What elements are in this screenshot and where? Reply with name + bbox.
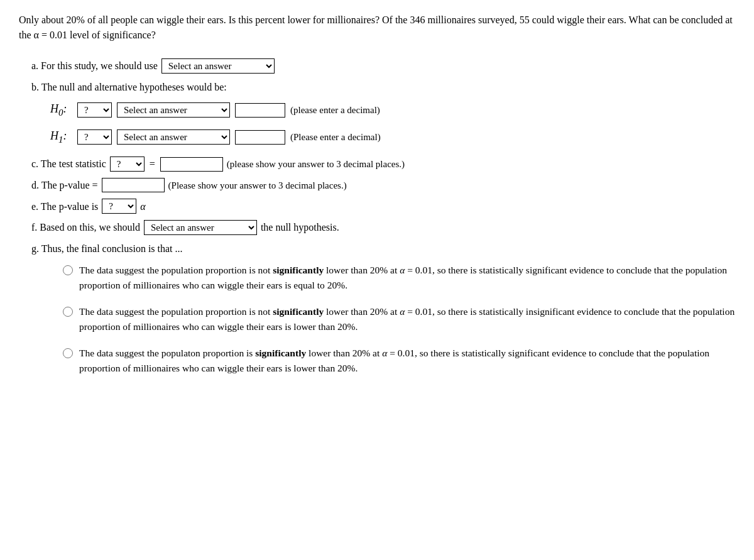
part-b-label: b. The null and alternative hypotheses w… [31,79,735,96]
h0-symbol-dropdown[interactable]: ? = ≠ < > ≤ ≥ [77,102,112,118]
alpha-symbol: α [140,199,145,215]
part-f-suffix: the null hypothesis. [261,219,339,236]
p-value-input[interactable] [102,178,165,192]
conclusion-dropdown[interactable]: Select an answer reject fail to reject a… [144,220,257,235]
radio-item-2: The data suggest the population proporti… [63,304,735,334]
test-stat-input[interactable] [160,157,223,172]
h0-label: H0: [50,102,72,118]
hypothesis-block: H0: ? = ≠ < > ≤ ≥ Select an answer p μ [50,102,735,145]
h1-paren-note: (Please enter a decimal) [290,132,381,143]
part-e-line: e. The p-value is ? < > = ≤ ≥ α [31,199,735,215]
h0-value-input[interactable] [235,103,285,118]
equals-sign-c: = [150,156,155,172]
radio-item-3: The data suggest the populaton proportio… [63,346,735,376]
radio-label-3: The data suggest the populaton proportio… [79,346,735,376]
part-d-suffix: (Please show your answer to 3 decimal pl… [168,178,347,193]
bold-1: significantly [273,265,324,275]
intro-text: Only about 20% of all people can wiggle … [19,13,735,43]
h1-value-input[interactable] [235,130,285,145]
h0-paren-note: (please enter a decimal) [290,105,380,116]
radio-button-2[interactable] [63,307,73,317]
h1-answer-dropdown[interactable]: Select an answer p μ [117,129,230,145]
bold-3: significantly [255,348,306,358]
part-c-prefix: c. The test statistic [31,156,106,172]
h1-label: H1: [50,129,72,145]
radio-button-1[interactable] [63,265,73,275]
part-f-line: f. Based on this, we should Select an an… [31,219,735,236]
part-e-prefix: e. The p-value is [31,199,98,215]
radio-button-3[interactable] [63,348,73,358]
h0-answer-dropdown[interactable]: Select an answer p μ [117,102,230,118]
part-c-suffix: (please show your answer to 3 decimal pl… [227,156,405,172]
part-d-line: d. The p-value = (Please show your answe… [31,177,735,194]
h1-symbol-dropdown[interactable]: ? = ≠ < > ≤ ≥ [77,129,112,145]
test-stat-dropdown[interactable]: ? z t [110,156,145,172]
bold-2: significantly [273,306,324,317]
p-compare-dropdown[interactable]: ? < > = ≤ ≥ [102,199,136,214]
part-c-line: c. The test statistic ? z t = (please sh… [31,156,735,172]
h0-line: H0: ? = ≠ < > ≤ ≥ Select an answer p μ [50,102,735,118]
problem-container: Only about 20% of all people can wiggle … [19,13,735,376]
radio-label-2: The data suggest the population proporti… [79,304,735,334]
radio-item-1: The data suggest the population proporti… [63,263,735,293]
radio-group: The data suggest the population proporti… [63,263,735,376]
study-type-dropdown[interactable]: Select an answer z-test for a proportion… [161,58,275,74]
part-f-prefix: f. Based on this, we should [31,219,140,236]
part-d-prefix: d. The p-value = [31,177,98,194]
part-g-label: g. Thus, the final conclusion is that ..… [31,241,735,257]
part-a-label: a. For this study, we should use [31,58,158,74]
radio-label-1: The data suggest the population proporti… [79,263,735,293]
h1-line: H1: ? = ≠ < > ≤ ≥ Select an answer p μ [50,129,735,145]
part-a-line: a. For this study, we should use Select … [31,58,735,74]
